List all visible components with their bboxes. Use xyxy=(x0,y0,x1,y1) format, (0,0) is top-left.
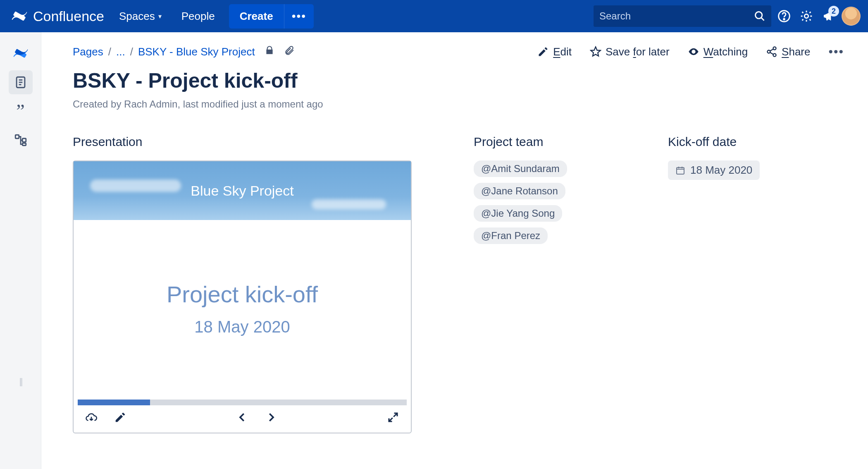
breadcrumb-sep: / xyxy=(130,45,133,58)
team-heading: Project team xyxy=(474,135,610,149)
svg-rect-19 xyxy=(677,168,684,174)
edit-slide-button[interactable] xyxy=(114,411,126,425)
page-actions: Edit Save for later Watching Share ••• xyxy=(537,45,844,59)
edit-label: Edit xyxy=(553,45,572,58)
svg-point-15 xyxy=(768,50,770,53)
svg-point-3 xyxy=(784,19,785,20)
confluence-icon xyxy=(11,7,28,25)
gear-icon xyxy=(800,10,813,23)
svg-rect-10 xyxy=(22,139,26,142)
pencil-icon xyxy=(114,411,126,424)
search-input[interactable] xyxy=(599,10,751,22)
edit-button[interactable]: Edit xyxy=(537,45,572,58)
save-label: Save for later xyxy=(606,45,670,58)
svg-line-1 xyxy=(761,18,764,21)
nav-people[interactable]: People xyxy=(173,6,223,27)
nav-spaces[interactable]: Spaces ▾ xyxy=(111,6,170,27)
page-title: BSKY - Project kick-off xyxy=(73,69,844,93)
watching-label: Watching xyxy=(703,45,748,58)
share-label: Share xyxy=(782,45,810,58)
presentation-slide[interactable]: Blue Sky Project Project kick-off 18 May… xyxy=(74,161,411,397)
svg-point-13 xyxy=(692,51,694,53)
rail-tree[interactable] xyxy=(9,128,33,152)
left-rail: ” ‖ xyxy=(0,32,41,469)
help-icon xyxy=(777,10,791,23)
breadcrumb-pages[interactable]: Pages xyxy=(73,45,103,58)
pencil-icon xyxy=(537,46,549,57)
user-avatar[interactable] xyxy=(842,7,861,26)
breadcrumb-ellipsis[interactable]: ... xyxy=(116,45,125,58)
search-icon xyxy=(754,10,765,22)
quote-icon: ” xyxy=(16,102,24,121)
fullscreen-button[interactable] xyxy=(387,411,399,425)
notification-count: 2 xyxy=(828,6,839,17)
expand-icon xyxy=(387,411,399,424)
team-member[interactable]: @Fran Perez xyxy=(474,227,548,244)
notifications-button[interactable]: 2 xyxy=(819,7,838,26)
slide-header-title: Blue Sky Project xyxy=(191,183,293,199)
svg-rect-11 xyxy=(22,143,26,146)
top-nav: Confluence Spaces ▾ People Create ••• 2 xyxy=(0,0,868,32)
svg-point-0 xyxy=(756,12,762,19)
team-member[interactable]: @Amit Sundaram xyxy=(474,160,567,177)
create-more-button[interactable]: ••• xyxy=(284,4,314,29)
tree-icon xyxy=(14,133,28,147)
help-button[interactable] xyxy=(775,7,794,26)
rail-confluence[interactable] xyxy=(9,41,33,65)
svg-point-4 xyxy=(804,14,808,18)
chevron-right-icon xyxy=(265,411,277,424)
page-icon xyxy=(14,75,28,89)
brand-name: Confluence xyxy=(33,8,104,24)
slide-date: 18 May 2020 xyxy=(194,318,290,336)
svg-rect-9 xyxy=(15,135,19,139)
kickoff-date[interactable]: 18 May 2020 xyxy=(668,160,760,180)
watching-button[interactable]: Watching xyxy=(688,45,748,58)
nav-spaces-label: Spaces xyxy=(119,10,155,23)
team-member[interactable]: @Jane Rotanson xyxy=(474,183,565,199)
share-button[interactable]: Share xyxy=(766,45,810,58)
presentation-progress[interactable] xyxy=(78,400,407,405)
page-meta: Created by Rach Admin, last modified jus… xyxy=(73,98,844,110)
calendar-icon xyxy=(675,165,685,175)
svg-line-18 xyxy=(770,53,773,55)
restrictions-icon[interactable] xyxy=(264,45,275,59)
prev-slide-button[interactable] xyxy=(236,411,248,425)
save-for-later-button[interactable]: Save for later xyxy=(590,45,670,58)
search-field[interactable] xyxy=(594,5,771,27)
breadcrumb-parent[interactable]: BSKY - Blue Sky Project xyxy=(138,45,255,58)
presentation-toolbar xyxy=(74,405,411,433)
rail-collapse-grip[interactable]: ‖ xyxy=(19,376,22,386)
kickoff-date-text: 18 May 2020 xyxy=(690,164,752,177)
chevron-down-icon: ▾ xyxy=(158,12,162,20)
slide-header-image: Blue Sky Project xyxy=(74,161,411,220)
download-button[interactable] xyxy=(85,411,98,425)
nav-people-label: People xyxy=(181,10,215,23)
star-icon xyxy=(590,46,601,57)
download-cloud-icon xyxy=(85,411,98,424)
confluence-mark-icon xyxy=(12,45,29,62)
presentation-card: Blue Sky Project Project kick-off 18 May… xyxy=(73,160,412,433)
svg-point-16 xyxy=(773,54,776,57)
svg-marker-12 xyxy=(591,47,600,56)
breadcrumb: Pages / ... / BSKY - Blue Sky Project xyxy=(73,45,295,59)
rail-blog[interactable]: ” xyxy=(9,99,33,123)
presentation-heading: Presentation xyxy=(73,135,416,149)
next-slide-button[interactable] xyxy=(265,411,277,425)
breadcrumb-sep: / xyxy=(108,45,111,58)
chevron-left-icon xyxy=(236,411,248,424)
svg-point-14 xyxy=(773,47,776,50)
create-button[interactable]: Create xyxy=(229,4,284,29)
slide-title: Project kick-off xyxy=(167,281,318,308)
svg-line-17 xyxy=(770,49,773,51)
share-icon xyxy=(766,46,777,57)
attachments-icon[interactable] xyxy=(284,45,295,59)
team-member[interactable]: @Jie Yang Song xyxy=(474,205,562,222)
kickoff-heading: Kick-off date xyxy=(668,135,796,149)
create-group: Create ••• xyxy=(229,4,314,29)
eye-icon xyxy=(688,46,699,57)
settings-button[interactable] xyxy=(797,7,816,26)
more-actions-button[interactable]: ••• xyxy=(828,45,844,59)
rail-pages[interactable] xyxy=(9,70,33,94)
brand-logo[interactable]: Confluence xyxy=(7,7,107,25)
